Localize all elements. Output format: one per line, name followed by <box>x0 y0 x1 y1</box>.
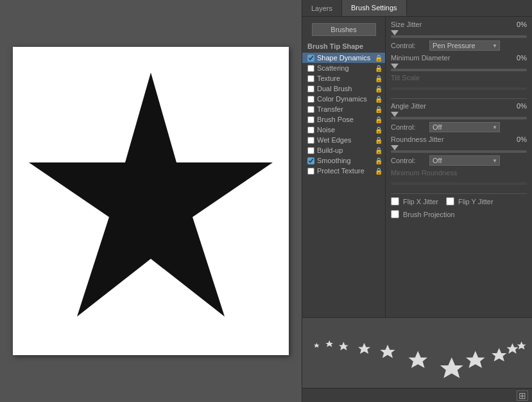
checkbox-transfer[interactable] <box>307 106 314 113</box>
brush-settings-body: Brushes Brush Tip Shape Shape Dynamics 🔒… <box>302 17 532 317</box>
pen-pressure-select[interactable]: Pen Pressure Off Fade Pen Tilt Stylus Wh… <box>429 40 500 51</box>
lock-icon-scattering: 🔒 <box>375 65 382 72</box>
lock-icon-brush-pose: 🔒 <box>375 116 382 123</box>
roundness-jitter-slider[interactable] <box>391 145 527 153</box>
control-pen-pressure-row: Control: Pen Pressure Off Fade Pen Tilt … <box>391 40 527 51</box>
brush-item-brush-pose[interactable]: Brush Pose 🔒 <box>302 114 385 125</box>
lock-icon-transfer: 🔒 <box>375 106 382 113</box>
roundness-jitter-value: 0% <box>508 135 527 143</box>
checkbox-noise[interactable] <box>307 127 314 134</box>
control-off-roundness-row: Control: Off Pen Pressure Fade Pen Tilt <box>391 155 527 166</box>
brush-right-column: Size Jitter 0% Control: Pen Pressure Off… <box>386 17 532 317</box>
min-diameter-slider[interactable] <box>391 64 527 71</box>
svg-marker-2 <box>325 340 333 347</box>
checkbox-protect-texture[interactable] <box>307 168 314 175</box>
brushes-button[interactable]: Brushes <box>312 23 376 36</box>
angle-jitter-label: Angle Jitter <box>391 102 461 110</box>
brush-item-color-dynamics[interactable]: Color Dynamics 🔒 <box>302 94 385 104</box>
control-off-angle-row: Control: Off Pen Pressure Fade Pen Tilt <box>391 122 527 132</box>
min-diameter-label: Minimum Diameter <box>391 54 461 62</box>
control-label-2: Control: <box>391 123 429 131</box>
size-jitter-label: Size Jitter <box>391 21 461 28</box>
checkbox-dual-brush[interactable] <box>307 85 314 92</box>
brush-item-build-up[interactable]: Build-up 🔒 <box>302 145 385 155</box>
lock-icon-dual-brush: 🔒 <box>375 85 382 92</box>
canvas-area[interactable] <box>13 47 289 355</box>
svg-marker-5 <box>380 345 395 358</box>
checkbox-build-up[interactable] <box>307 147 314 154</box>
brush-left-column: Brushes Brush Tip Shape Shape Dynamics 🔒… <box>302 17 386 317</box>
brush-item-shape-dynamics[interactable]: Shape Dynamics 🔒 <box>302 53 385 63</box>
brush-projection-checkbox[interactable] <box>391 210 399 218</box>
checkbox-shape-dynamics[interactable] <box>307 55 314 62</box>
brush-item-transfer[interactable]: Transfer 🔒 <box>302 104 385 114</box>
svg-marker-6 <box>409 351 427 369</box>
lock-icon-smoothing: 🔒 <box>375 157 382 164</box>
brush-item-scattering[interactable]: Scattering 🔒 <box>302 63 385 73</box>
flip-y-label: Flip Y Jitter <box>458 198 493 205</box>
svg-marker-9 <box>492 348 506 362</box>
checkbox-texture[interactable] <box>307 75 314 82</box>
lock-icon-shape-dynamics: 🔒 <box>375 55 382 62</box>
roundness-control-select-wrapper[interactable]: Off Pen Pressure Fade Pen Tilt <box>429 155 500 166</box>
checkbox-brush-pose[interactable] <box>307 116 314 123</box>
lock-icon-protect-texture: 🔒 <box>375 168 382 175</box>
brush-item-noise[interactable]: Noise 🔒 <box>302 125 385 135</box>
svg-marker-11 <box>517 342 526 349</box>
size-jitter-value: 0% <box>508 21 527 28</box>
min-diameter-value: 0% <box>508 54 527 62</box>
svg-marker-3 <box>339 342 348 350</box>
brush-item-protect-texture[interactable]: Protect Texture 🔒 <box>302 166 385 176</box>
min-diameter-row: Minimum Diameter 0% <box>391 54 527 62</box>
min-roundness-slider[interactable] <box>391 180 527 188</box>
angle-control-select-wrapper[interactable]: Off Pen Pressure Fade Pen Tilt <box>429 122 500 132</box>
min-roundness-row: Minimum Roundness <box>391 169 527 178</box>
svg-marker-4 <box>358 343 370 354</box>
svg-marker-8 <box>466 351 485 369</box>
tip-shape-label: Brush Tip Shape <box>302 39 385 53</box>
tab-brush-settings[interactable]: Brush Settings <box>342 0 407 16</box>
control-label-1: Control: <box>391 42 429 49</box>
brush-preview-svg <box>302 318 532 388</box>
tab-layers[interactable]: Layers <box>302 0 342 16</box>
brush-item-wet-edges[interactable]: Wet Edges 🔒 <box>302 135 385 145</box>
preview-area <box>302 317 532 388</box>
svg-marker-0 <box>29 73 273 317</box>
flip-x-label: Flip X Jitter <box>403 198 438 205</box>
roundness-jitter-label: Roundness Jitter <box>391 135 461 143</box>
svg-marker-10 <box>507 344 519 354</box>
pen-pressure-select-wrapper[interactable]: Pen Pressure Off Fade Pen Tilt Stylus Wh… <box>429 40 500 51</box>
control-label-3: Control: <box>391 157 429 164</box>
checkbox-smoothing[interactable] <box>307 157 314 164</box>
brush-item-dual-brush[interactable]: Dual Brush 🔒 <box>302 83 385 94</box>
canvas-panel <box>0 0 302 402</box>
flip-x-checkbox[interactable] <box>391 197 399 205</box>
tilt-scale-slider[interactable] <box>391 85 527 92</box>
angle-jitter-slider[interactable] <box>391 112 527 119</box>
brush-item-texture[interactable]: Texture 🔒 <box>302 73 385 83</box>
checkbox-wet-edges[interactable] <box>307 137 314 144</box>
checkbox-scattering[interactable] <box>307 65 314 72</box>
size-jitter-row: Size Jitter 0% <box>391 21 527 28</box>
new-document-button[interactable]: ⊞ <box>517 390 528 401</box>
checkbox-color-dynamics[interactable] <box>307 96 314 103</box>
flip-y-checkbox[interactable] <box>446 197 454 205</box>
flip-y-row: Flip Y Jitter <box>446 197 493 205</box>
flip-x-row: Flip X Jitter <box>391 197 438 205</box>
roundness-control-select[interactable]: Off Pen Pressure Fade Pen Tilt <box>429 155 500 166</box>
lock-icon-texture: 🔒 <box>375 75 382 82</box>
tilt-scale-label: Tilt Scale <box>391 74 420 82</box>
lock-icon-noise: 🔒 <box>375 127 382 134</box>
brush-item-smoothing[interactable]: Smoothing 🔒 <box>302 155 385 166</box>
min-roundness-label: Minimum Roundness <box>391 169 457 177</box>
svg-marker-7 <box>440 357 463 378</box>
size-jitter-slider[interactable] <box>391 30 527 38</box>
tilt-scale-row: Tilt Scale <box>391 74 527 83</box>
angle-control-select[interactable]: Off Pen Pressure Fade Pen Tilt <box>429 122 500 132</box>
svg-marker-1 <box>314 343 319 348</box>
roundness-jitter-row: Roundness Jitter 0% <box>391 135 527 143</box>
lock-icon-wet-edges: 🔒 <box>375 137 382 144</box>
bottom-toolbar: ⊞ <box>302 388 532 402</box>
star-preview <box>29 66 273 336</box>
right-panel: Layers Brush Settings Brushes Brush Tip … <box>302 0 532 402</box>
